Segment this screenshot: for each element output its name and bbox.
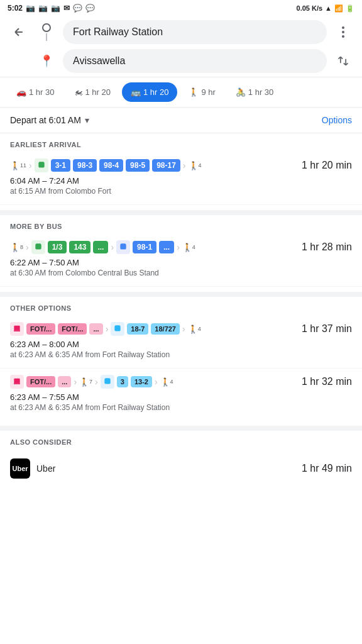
chip-1-3: 1/3 bbox=[48, 241, 67, 253]
route-card-2[interactable]: 🚶8 › 1/3 143 ... › 98-1 ... › 🚶4 1 hr 28… bbox=[0, 234, 362, 287]
sep-1 bbox=[0, 210, 362, 215]
route-card-4[interactable]: FOT/... ... › 🚶7 › 3 13-2 › 🚶4 1 hr 32 m… bbox=[0, 369, 362, 421]
route-row-3: FOT/... FOT/... ... › 18-7 18/727 › 🚶4 1… bbox=[10, 322, 352, 336]
arrow-3: › bbox=[26, 242, 29, 252]
route-row-4: FOT/... ... › 🚶7 › 3 13-2 › 🚶4 1 hr 32 m… bbox=[10, 375, 352, 389]
bus-duration: 1 hr 20 bbox=[143, 87, 168, 97]
battery-icon: 🔋 bbox=[346, 4, 354, 13]
walk-end-1: 🚶4 bbox=[189, 161, 202, 170]
walk-mid-4: 🚶7 bbox=[79, 377, 92, 387]
walk-duration: 9 hr bbox=[201, 87, 215, 97]
chat-icon: 💬 bbox=[73, 4, 82, 13]
time-range-4: 6:23 AM – 7:55 AM bbox=[10, 392, 352, 402]
from-note-2: at 6:30 AM from Colombo Central Bus Stan… bbox=[10, 269, 352, 277]
other-options-header: OTHER OPTIONS bbox=[0, 297, 362, 316]
also-consider-section: ALSO CONSIDER Uber Uber 1 hr 49 min bbox=[0, 431, 362, 487]
dest-icon: 📍 bbox=[35, 54, 58, 68]
time-range-2: 6:22 AM – 7:50 AM bbox=[10, 258, 352, 267]
tab-bike[interactable]: 🚴 1 hr 30 bbox=[227, 82, 282, 102]
chip-98-3: 98-3 bbox=[73, 159, 97, 172]
sep-2 bbox=[0, 292, 362, 297]
tab-walk[interactable]: 🚶 9 hr bbox=[180, 82, 224, 102]
chip-98-4: 98-4 bbox=[99, 159, 123, 172]
instagram-icon2: 📷 bbox=[38, 4, 48, 13]
bus-tab-icon: 🚌 bbox=[131, 87, 141, 97]
dropdown-icon: ▾ bbox=[85, 115, 89, 125]
moto-duration: 1 hr 20 bbox=[85, 87, 110, 97]
bus-icon-5 bbox=[101, 375, 114, 389]
walk-end-4: 🚶4 bbox=[160, 377, 173, 387]
chip-98-1: 98-1 bbox=[133, 241, 156, 253]
swap-button[interactable] bbox=[332, 50, 354, 72]
network-speed: 0.05 K/s bbox=[297, 4, 323, 12]
arrow-4: › bbox=[111, 242, 114, 252]
tab-car[interactable]: 🚗 1 hr 30 bbox=[8, 82, 63, 102]
route-card-3[interactable]: FOT/... FOT/... ... › 18-7 18/727 › 🚶4 1… bbox=[0, 316, 362, 369]
walk-start-1: 🚶11 bbox=[10, 161, 26, 170]
more-button[interactable] bbox=[332, 21, 354, 43]
chat-icon2: 💬 bbox=[85, 4, 95, 13]
car-duration: 1 hr 30 bbox=[29, 87, 54, 97]
status-time: 5:02 bbox=[8, 4, 23, 13]
uber-logo-text: Uber bbox=[12, 465, 28, 472]
destination-input[interactable] bbox=[63, 49, 327, 73]
chip-3-1: 3-1 bbox=[51, 159, 70, 172]
walk-end-3: 🚶4 bbox=[188, 325, 201, 334]
chip-18-7: 18-7 bbox=[127, 323, 148, 335]
svg-rect-0 bbox=[14, 326, 19, 331]
route-row-2: 🚶8 › 1/3 143 ... › 98-1 ... › 🚶4 1 hr 28… bbox=[10, 240, 352, 254]
walk-tab-icon: 🚶 bbox=[189, 87, 199, 97]
walk-end-2: 🚶4 bbox=[182, 243, 195, 252]
chip-dots-2: ... bbox=[159, 241, 174, 253]
options-button[interactable]: Options bbox=[322, 115, 352, 125]
bike-icon: 🚴 bbox=[236, 87, 246, 97]
duration-2: 1 hr 28 min bbox=[302, 242, 352, 253]
gmail-icon: ✉ bbox=[63, 4, 70, 13]
route-icons bbox=[35, 23, 58, 41]
arrow-9: › bbox=[95, 377, 98, 387]
status-bar: 5:02 📷 📷 📷 ✉ 💬 💬 0.05 K/s ▲ 📶 🔋 bbox=[0, 0, 362, 15]
more-by-bus-section: MORE BY BUS 🚶8 › 1/3 143 ... › 98-1 ... … bbox=[0, 215, 362, 287]
chip-3-blue: 3 bbox=[117, 376, 128, 387]
depart-label: Depart at 6:01 AM bbox=[10, 115, 81, 125]
time-range-3: 6:23 AM – 8:00 AM bbox=[10, 340, 352, 349]
route-row-1: 🚶11 › 3-1 98-3 98-4 98-5 98-17 › 🚶4 1 hr… bbox=[10, 158, 352, 172]
moto-icon: 🏍 bbox=[74, 87, 82, 97]
svg-rect-1 bbox=[14, 379, 19, 384]
chip-fot-3: FOT/... bbox=[26, 376, 55, 387]
other-options-section: OTHER OPTIONS FOT/... FOT/... ... › 18-7… bbox=[0, 297, 362, 421]
uber-row[interactable]: Uber Uber 1 hr 49 min bbox=[0, 450, 362, 487]
uber-duration: 1 hr 49 min bbox=[302, 463, 352, 474]
walk-start-2: 🚶8 bbox=[10, 243, 23, 252]
transport-tabs: 🚗 1 hr 30 🏍 1 hr 20 🚌 1 hr 20 🚶 9 hr 🚴 1… bbox=[0, 77, 362, 108]
also-consider-header: ALSO CONSIDER bbox=[0, 431, 362, 450]
arrow-6: › bbox=[106, 324, 109, 334]
chip-fot-1: FOT/... bbox=[26, 323, 55, 335]
signal-icon: 📶 bbox=[334, 4, 343, 13]
chip-dots-1: ... bbox=[93, 241, 108, 253]
wifi-icon: ▲ bbox=[325, 4, 332, 12]
chip-13-2: 13-2 bbox=[131, 376, 152, 387]
depart-info[interactable]: Depart at 6:01 AM ▾ bbox=[10, 115, 89, 125]
bus-icon-3 bbox=[116, 240, 130, 254]
from-note-1: at 6:15 AM from Colombo Fort bbox=[10, 187, 352, 196]
earliest-arrival-header: EARLIEST ARRIVAL bbox=[0, 133, 362, 152]
bus-icon-4 bbox=[111, 322, 124, 336]
chip-dots-4: ... bbox=[58, 376, 71, 387]
sep-3 bbox=[0, 426, 362, 431]
duration-4: 1 hr 32 min bbox=[302, 376, 352, 387]
duration-1: 1 hr 20 min bbox=[302, 160, 352, 171]
tab-bus[interactable]: 🚌 1 hr 20 bbox=[122, 82, 177, 102]
from-note-3: at 6:23 AM & 6:35 AM from Fort Railway S… bbox=[10, 350, 352, 359]
car-icon: 🚗 bbox=[16, 87, 26, 97]
arrow-10: › bbox=[155, 377, 158, 387]
arrow-8: › bbox=[74, 377, 77, 387]
back-button[interactable] bbox=[8, 21, 30, 43]
route-card-1[interactable]: 🚶11 › 3-1 98-3 98-4 98-5 98-17 › 🚶4 1 hr… bbox=[0, 152, 362, 205]
from-note-4: at 6:23 AM & 6:35 AM from Fort Railway S… bbox=[10, 403, 352, 412]
instagram-icon3: 📷 bbox=[51, 4, 60, 13]
arrow-2: › bbox=[183, 160, 186, 170]
train-icon-2 bbox=[10, 375, 24, 389]
origin-input[interactable] bbox=[63, 20, 327, 44]
tab-moto[interactable]: 🏍 1 hr 20 bbox=[65, 82, 119, 102]
